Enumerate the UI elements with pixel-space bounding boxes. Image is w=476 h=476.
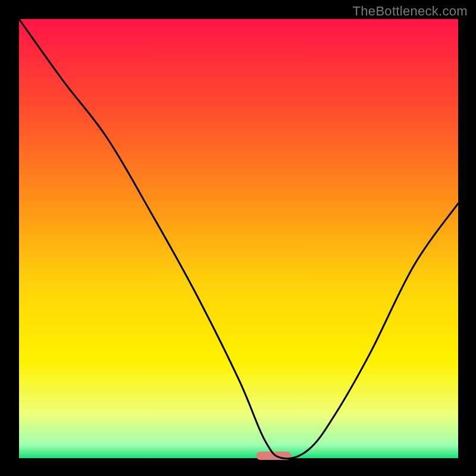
chart-container: TheBottleneck.com <box>0 0 476 476</box>
bottleneck-chart <box>0 0 476 476</box>
plot-background <box>19 19 458 458</box>
watermark-label: TheBottleneck.com <box>353 4 468 19</box>
